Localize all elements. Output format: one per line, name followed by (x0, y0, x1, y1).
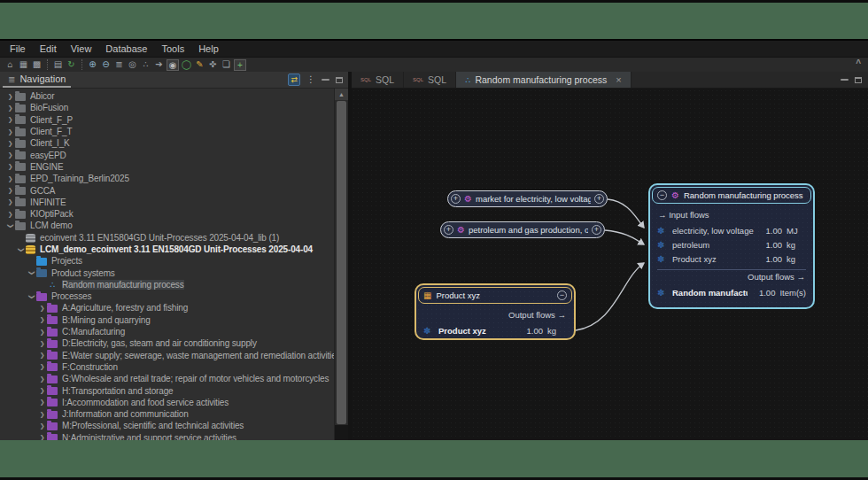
tree-item[interactable]: ❯J:Information and communication (0, 408, 334, 420)
collapse-icon[interactable]: − (557, 290, 567, 300)
chevron-right-icon[interactable]: ❯ (37, 340, 47, 347)
chevron-right-icon[interactable]: ❯ (37, 422, 47, 430)
menu-item[interactable]: File (3, 41, 33, 57)
chevron-right-icon[interactable]: ❯ (5, 175, 15, 182)
edit-icon[interactable]: ✎ (193, 58, 206, 71)
chevron-right-icon[interactable]: ❯ (5, 211, 15, 218)
tree-item[interactable]: ❯KIOptiPack (0, 208, 334, 220)
tree-item[interactable]: ❯F:Construction (0, 361, 334, 373)
tree-item[interactable]: ❯G:Wholesale and retail trade; repair of… (0, 373, 334, 384)
maximize-icon[interactable] (336, 77, 343, 83)
tree-item[interactable]: ❯BioFusion (0, 102, 334, 113)
validate-icon[interactable]: ◯ (180, 58, 193, 71)
navigation-view-tab[interactable]: ≣ Navigation (3, 72, 71, 88)
run-refresh-icon[interactable]: ↻ (65, 58, 78, 71)
node-product-xyz[interactable]: ▦ Product xyz − Output flows → ✽ Product… (415, 283, 576, 340)
screenshot-icon[interactable]: ◉ (167, 59, 179, 71)
focus-icon[interactable]: ◎ (126, 58, 139, 71)
menu-item[interactable]: View (64, 41, 99, 57)
tree-item[interactable]: ❯GCCA (0, 184, 334, 196)
chevron-right-icon[interactable]: ❯ (5, 163, 15, 170)
tree-item[interactable]: ❯easyEPD (0, 149, 334, 160)
flow-row[interactable]: ✽ Product xyz 1.00 kg (657, 254, 806, 264)
chevron-right-icon[interactable]: ❯ (5, 151, 15, 159)
maximize-editor-icon[interactable] (855, 77, 862, 83)
tree-item[interactable]: ❯Processes (0, 290, 334, 302)
tree-item[interactable]: ❯I:Accommodation and food service activi… (0, 397, 334, 408)
node-petroleum-gas[interactable]: + ⚙ petroleum and gas production, o... + (440, 221, 605, 238)
chevron-right-icon[interactable]: ❯ (37, 352, 47, 359)
menu-item[interactable]: Database (98, 41, 154, 57)
save-as-icon[interactable]: ▩ (30, 58, 43, 71)
tree-item[interactable]: ❯E:Water supply; sewerage, waste managem… (0, 350, 334, 361)
flow-row[interactable]: ✽ petroleum 1.00 kg (657, 240, 806, 250)
tree-item[interactable]: ❯N:Administrative and support service ac… (0, 432, 334, 440)
chevron-right-icon[interactable]: ❯ (5, 140, 15, 147)
node-market-electricity[interactable]: + ⚙ market for electricity, low voltag..… (447, 190, 608, 207)
chevron-down-icon[interactable]: ❯ (18, 244, 25, 254)
link-with-editor-icon[interactable]: ⇄ (288, 74, 300, 86)
collapse-icon[interactable]: − (657, 190, 667, 200)
save-icon[interactable]: ▦ (17, 58, 30, 71)
tree-item[interactable]: ❯LCM_demo_ecoinvent 3.11 EN15804GD Unit-… (0, 244, 334, 255)
navigation-scrollbar[interactable]: ▲ (334, 89, 348, 440)
scroll-up-icon[interactable]: ▲ (335, 89, 348, 100)
menu-item[interactable]: Tools (154, 41, 191, 57)
chevron-right-icon[interactable]: ❯ (5, 187, 15, 194)
add-icon[interactable]: + (234, 59, 246, 71)
toolbar-collapse-icon[interactable]: ^ (856, 58, 861, 68)
tree-item[interactable]: ❯Client_F_T (0, 126, 334, 137)
tree-item[interactable]: Projects (0, 255, 334, 267)
hierarchy-icon[interactable]: ∴ (139, 58, 152, 71)
menu-item[interactable]: Help (191, 41, 226, 57)
fullscreen-icon[interactable]: ❏ (220, 58, 233, 71)
chevron-right-icon[interactable]: ❯ (37, 329, 47, 336)
chevron-right-icon[interactable]: ❯ (37, 399, 47, 406)
zoom-in-icon[interactable]: ⊕ (86, 58, 99, 71)
new-report-icon[interactable]: ▤ (51, 58, 65, 71)
chevron-down-icon[interactable]: ❯ (28, 291, 35, 301)
layers-icon[interactable]: ≣ (112, 58, 126, 71)
node-random-manufacturing-process[interactable]: − ⚙ Random manufacturing process → Input… (648, 183, 815, 309)
tree-item[interactable]: ❯M:Professional, scientific and technica… (0, 420, 334, 431)
minimize-icon[interactable] (322, 79, 329, 81)
chevron-right-icon[interactable]: ❯ (37, 363, 47, 370)
tree-item[interactable]: ❯Client_F_P (0, 114, 334, 126)
tree-item[interactable]: ❯LCM demo (0, 220, 334, 231)
tree-item[interactable]: ❯H:Transportation and storage (0, 384, 334, 396)
flow-row[interactable]: ✽ Product xyz 1.00 kg (423, 326, 567, 336)
editor-tab[interactable]: SQLSQL (404, 72, 456, 88)
close-icon[interactable]: × (616, 74, 621, 85)
chevron-down-icon[interactable]: ❯ (28, 268, 35, 278)
minimize-editor-icon[interactable] (841, 79, 849, 81)
tree-item[interactable]: ecoinvent 3.11 EN15804GD Unit-Processes … (0, 232, 334, 244)
tree-item[interactable]: ❯EPD_Training_Berlin2025 (0, 173, 334, 184)
tree-item[interactable]: ❯B:Mining and quarrying (0, 314, 334, 326)
chevron-down-icon[interactable]: ❯ (7, 221, 14, 230)
expand-icon[interactable]: + (592, 225, 601, 235)
tree-item[interactable]: ❯D:Electricity, gas, steam and air condi… (0, 337, 334, 349)
chevron-right-icon[interactable]: ❯ (37, 305, 47, 312)
zoom-out-icon[interactable]: ⊖ (99, 58, 112, 71)
menu-item[interactable]: Edit (33, 41, 64, 57)
tree-item[interactable]: ❯Product systems (0, 267, 334, 278)
tree-item[interactable]: ∴Random manufacturing process (0, 279, 334, 290)
chevron-right-icon[interactable]: ❯ (37, 387, 47, 394)
home-icon[interactable]: ⌂ (4, 58, 17, 71)
chevron-right-icon[interactable]: ❯ (37, 434, 47, 440)
editor-tab[interactable]: SQLSQL (352, 72, 404, 88)
flow-row[interactable]: ✽ Random manufactured... 1.00 Item(s) (657, 288, 806, 298)
chevron-right-icon[interactable]: ❯ (5, 105, 15, 112)
chevron-right-icon[interactable]: ❯ (5, 198, 15, 205)
view-menu-icon[interactable]: ⋮ (306, 74, 315, 85)
expand-icon[interactable]: + (444, 225, 453, 235)
chevron-right-icon[interactable]: ❯ (5, 93, 15, 100)
graph-canvas[interactable]: + ⚙ market for electricity, low voltag..… (352, 89, 868, 440)
tree-item[interactable]: ❯Abicor (0, 90, 334, 102)
node-header[interactable]: − ⚙ Random manufacturing process (652, 187, 811, 204)
expand-icon[interactable]: + (594, 194, 604, 204)
flow-row[interactable]: ✽ electricity, low voltage 1.00 MJ (657, 226, 806, 236)
chevron-right-icon[interactable]: ❯ (37, 375, 47, 383)
chevron-right-icon[interactable]: ❯ (37, 316, 47, 323)
chevron-right-icon[interactable]: ❯ (5, 116, 15, 123)
